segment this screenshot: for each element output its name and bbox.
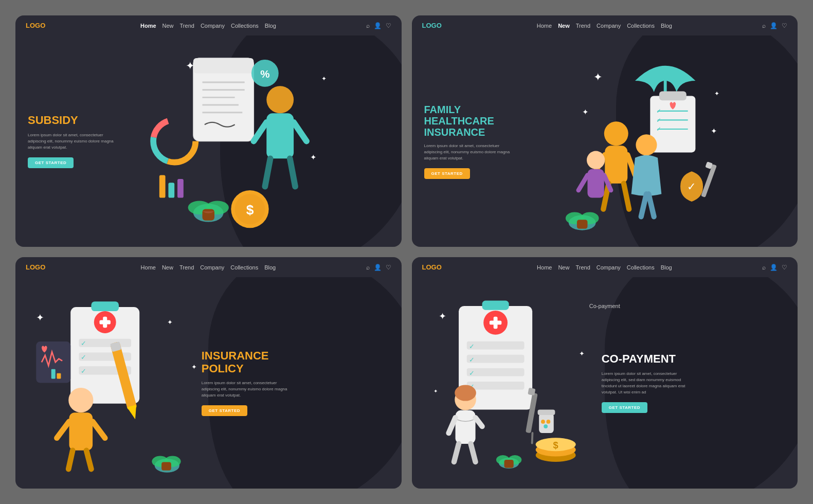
svg-point-108	[455, 385, 476, 401]
get-started-btn-4[interactable]: GET STARTED	[602, 402, 647, 413]
svg-rect-85	[51, 369, 56, 379]
card-desc-3: Lorem ipsum dolor sit amet, consectetuer…	[202, 380, 294, 399]
illustration-insurance-left: ✓ ✓ ✓ ✦	[15, 277, 208, 489]
svg-text:✦: ✦	[579, 350, 585, 357]
svg-text:✦: ✦	[321, 75, 327, 82]
svg-text:✦: ✦	[310, 153, 317, 161]
svg-rect-50	[587, 169, 604, 198]
svg-line-81	[93, 422, 105, 438]
card-copayment: LOGO Home New Trend Company Collections …	[412, 257, 798, 489]
svg-rect-115	[539, 413, 554, 433]
nav-trend-2[interactable]: Trend	[576, 23, 590, 29]
svg-line-48	[648, 194, 654, 217]
svg-rect-90	[161, 462, 171, 471]
svg-rect-33	[659, 92, 686, 101]
card-title-1: SUBSIDY	[28, 114, 177, 127]
heart-icon-1[interactable]: ♡	[386, 22, 391, 29]
svg-text:✦: ✦	[433, 388, 437, 394]
svg-rect-95	[482, 300, 509, 310]
heart-icon-3[interactable]: ♡	[386, 264, 391, 271]
nav-company-2[interactable]: Company	[597, 23, 621, 29]
get-started-btn-1[interactable]: GET STARTED	[28, 157, 74, 168]
card-family: LOGO Home New Trend Company Collections …	[412, 15, 798, 247]
search-icon-4[interactable]: ⌕	[762, 264, 766, 271]
nav-trend-4[interactable]: Trend	[575, 264, 590, 271]
svg-rect-41	[605, 146, 627, 183]
logo-4: LOGO	[422, 263, 442, 271]
user-icon-4[interactable]: 👤	[770, 264, 778, 271]
nav-collections-1[interactable]: Collections	[231, 23, 259, 29]
svg-line-83	[86, 451, 91, 469]
svg-line-47	[641, 194, 646, 217]
navbar-3: LOGO Home New Trend Company Collections …	[15, 257, 402, 277]
svg-point-49	[587, 151, 605, 169]
logo-2: LOGO	[422, 22, 442, 29]
text-section-3: INSURANCEPOLICY Lorem ipsum dolor sit am…	[189, 339, 382, 426]
nav-collections-3[interactable]: Collections	[230, 264, 258, 271]
card-desc-4: Lorem ipsum dolor sit amet, consectetuer…	[602, 371, 694, 395]
card-desc-1: Lorem ipsum dolor sit amet, consectetuer…	[28, 132, 120, 151]
heart-icon-4[interactable]: ♡	[782, 264, 787, 271]
nav-links-4: Home New Trend Company Collections Blog	[455, 264, 754, 271]
svg-marker-76	[127, 405, 140, 421]
user-icon-2[interactable]: 👤	[770, 22, 778, 29]
nav-home-4[interactable]: Home	[537, 264, 552, 271]
nav-icons-2: ⌕ 👤 ♡	[762, 22, 787, 29]
nav-links-2: Home New Trend Company Collections Blog	[455, 23, 754, 29]
nav-blog-3[interactable]: Blog	[264, 264, 276, 271]
nav-collections-2[interactable]: Collections	[627, 23, 655, 29]
search-icon-1[interactable]: ⌕	[366, 22, 370, 29]
svg-rect-98	[489, 321, 501, 325]
nav-company-1[interactable]: Company	[201, 23, 225, 29]
search-icon-3[interactable]: ⌕	[366, 264, 370, 271]
nav-new-2[interactable]: New	[558, 23, 570, 29]
svg-point-9	[266, 86, 294, 113]
svg-line-14	[290, 158, 295, 186]
nav-trend-1[interactable]: Trend	[180, 23, 194, 29]
user-icon-3[interactable]: 👤	[374, 264, 382, 271]
nav-company-3[interactable]: Company	[200, 264, 224, 271]
text-section-1: SUBSIDY Lorem ipsum dolor sit amet, cons…	[15, 104, 189, 178]
nav-blog-2[interactable]: Blog	[661, 23, 672, 29]
svg-rect-113	[528, 388, 535, 395]
svg-text:✓: ✓	[468, 343, 474, 350]
card-title-2: FAMILYHEALTHCAREINSURANCE	[424, 104, 573, 138]
nav-icons-1: ⌕ 👤 ♡	[366, 22, 391, 29]
nav-home-2[interactable]: Home	[537, 23, 552, 29]
nav-collections-4[interactable]: Collections	[627, 264, 655, 271]
svg-rect-1	[193, 58, 254, 73]
logo-3: LOGO	[26, 263, 45, 271]
svg-line-12	[294, 122, 306, 141]
svg-rect-24	[203, 209, 214, 221]
svg-text:✦: ✦	[186, 60, 195, 71]
svg-text:✓: ✓	[687, 181, 696, 192]
user-icon-1[interactable]: 👤	[374, 22, 382, 29]
svg-text:✓: ✓	[656, 125, 661, 132]
svg-line-82	[68, 451, 73, 469]
nav-new-4[interactable]: New	[558, 264, 569, 271]
svg-line-11	[254, 122, 266, 141]
search-icon-2[interactable]: ⌕	[762, 22, 766, 29]
get-started-btn-2[interactable]: GET STARTED	[424, 168, 470, 179]
svg-text:✦: ✦	[439, 311, 446, 321]
nav-trend-3[interactable]: Trend	[179, 264, 194, 271]
nav-blog-1[interactable]: Blog	[265, 23, 276, 29]
illustration-copayment-left: ✓ ✓ ✓ ✓	[412, 277, 612, 489]
heart-icon-2[interactable]: ♡	[782, 22, 787, 29]
svg-text:$: $	[553, 440, 558, 451]
svg-rect-127	[504, 460, 513, 468]
nav-blog-4[interactable]: Blog	[661, 264, 672, 271]
card-content-2: FAMILYHEALTHCAREINSURANCE Lorem ipsum do…	[412, 35, 798, 247]
svg-rect-19	[168, 183, 174, 197]
nav-new-1[interactable]: New	[162, 23, 174, 29]
nav-home-1[interactable]: Home	[140, 23, 156, 29]
svg-rect-10	[266, 113, 294, 158]
nav-company-4[interactable]: Company	[597, 264, 621, 271]
svg-rect-68	[100, 320, 111, 325]
nav-icons-4: ⌕ 👤 ♡	[762, 264, 787, 271]
navbar-4: LOGO Home New Trend Company Collections …	[412, 257, 798, 277]
get-started-btn-3[interactable]: GET STARTED	[202, 405, 247, 416]
nav-home-3[interactable]: Home	[141, 264, 156, 271]
svg-rect-58	[701, 164, 717, 197]
nav-new-3[interactable]: New	[162, 264, 173, 271]
